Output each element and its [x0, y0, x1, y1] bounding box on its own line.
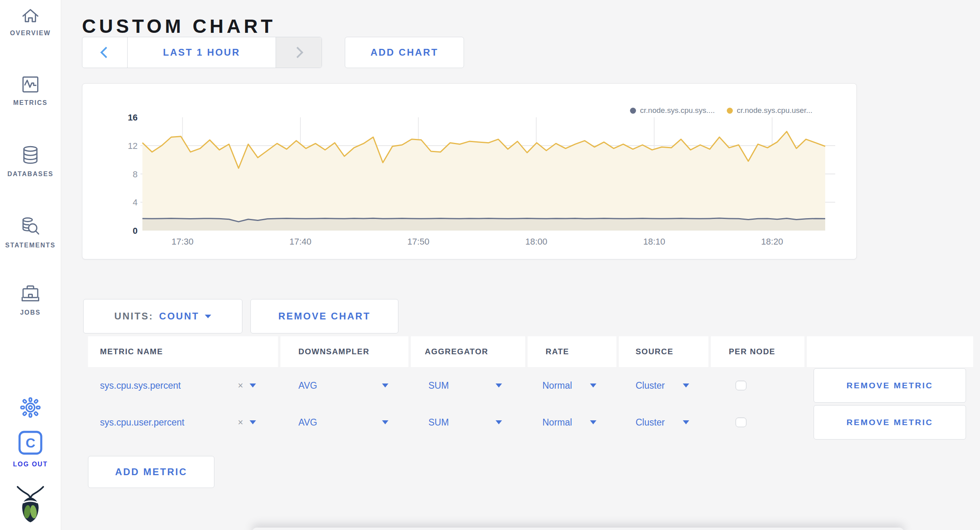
chevron-down-icon: [683, 420, 689, 424]
sidebar-item-label: OVERVIEW: [0, 30, 61, 37]
downsampler-select[interactable]: AVG: [280, 404, 408, 441]
svg-text:17:50: 17:50: [407, 237, 429, 247]
cockroach-c-icon: C: [18, 450, 43, 456]
chart-card: cr.node.sys.cpu.sys.... cr.node.sys.cpu.…: [82, 83, 857, 259]
legend-label: cr.node.sys.cpu.sys....: [640, 106, 715, 115]
chevron-down-icon: [590, 420, 596, 424]
aggregator-select[interactable]: SUM: [411, 404, 525, 441]
svg-text:18:00: 18:00: [525, 237, 547, 247]
metric-row: sys.cpu.sys.percent × AVG SUM Normal: [88, 367, 974, 404]
statements-icon: [21, 216, 40, 238]
metrics-icon: [21, 75, 40, 95]
actions-cell: REMOVE METRIC: [807, 367, 973, 404]
column-header-rate: RATE: [528, 336, 616, 367]
gear-icon: [20, 412, 41, 419]
sidebar-item-jobs[interactable]: JOBS: [0, 284, 61, 316]
source-select[interactable]: Cluster: [619, 404, 708, 441]
sidebar: OVERVIEW METRICS DATABASES: [0, 0, 61, 530]
series-dot-user: [727, 108, 733, 114]
sidebar-item-metrics[interactable]: METRICS: [0, 75, 61, 106]
downsampler-value: AVG: [298, 417, 317, 428]
time-range-selector: LAST 1 HOUR: [82, 37, 322, 68]
time-range-next-button[interactable]: [276, 37, 322, 68]
svg-text:C: C: [26, 436, 35, 450]
metric-name-select[interactable]: sys.cpu.sys.percent ×: [88, 367, 278, 404]
settings-button[interactable]: [0, 397, 61, 420]
home-icon: [21, 7, 40, 26]
column-header-source: SOURCE: [619, 336, 708, 367]
sidebar-item-statements[interactable]: STATEMENTS: [0, 216, 61, 249]
sidebar-item-label: JOBS: [0, 309, 61, 316]
chevron-down-icon: [205, 315, 211, 318]
legend-item[interactable]: cr.node.sys.cpu.sys....: [630, 106, 715, 115]
jobs-icon: [21, 284, 40, 305]
svg-text:4: 4: [133, 197, 138, 207]
cockroachdb-logo: [0, 485, 61, 524]
logout-label: LOG OUT: [0, 461, 61, 468]
downsampler-select[interactable]: AVG: [280, 367, 408, 404]
svg-text:0: 0: [133, 226, 138, 236]
downsampler-value: AVG: [298, 380, 317, 391]
chevron-left-icon: [100, 47, 112, 58]
per-node-checkbox[interactable]: [736, 418, 746, 427]
time-range-prev-button[interactable]: [82, 37, 128, 68]
actions-cell: REMOVE METRIC: [807, 404, 973, 441]
column-header-actions: [807, 336, 973, 367]
units-dropdown[interactable]: UNITS: COUNT: [83, 299, 242, 333]
chevron-down-icon: [382, 383, 388, 387]
metric-row: sys.cpu.user.percent × AVG SUM Normal: [88, 404, 974, 441]
source-value: Cluster: [636, 380, 665, 391]
rate-select[interactable]: Normal: [528, 404, 616, 441]
next-chart-card-shadow: [252, 528, 904, 530]
source-value: Cluster: [636, 417, 665, 428]
sidebar-item-label: METRICS: [0, 99, 61, 106]
svg-text:12: 12: [128, 141, 138, 151]
add-metric-button[interactable]: ADD METRIC: [88, 456, 214, 488]
legend-label: cr.node.sys.cpu.user...: [737, 106, 812, 115]
svg-text:18:20: 18:20: [761, 237, 783, 247]
remove-chart-button[interactable]: REMOVE CHART: [250, 299, 398, 333]
chart-legend: cr.node.sys.cpu.sys.... cr.node.sys.cpu.…: [630, 106, 812, 115]
aggregator-value: SUM: [428, 380, 449, 391]
metric-name-select[interactable]: sys.cpu.user.percent ×: [88, 404, 278, 441]
sidebar-item-label: STATEMENTS: [0, 242, 61, 249]
chevron-right-icon: [292, 47, 303, 58]
per-node-cell: [711, 404, 804, 441]
rate-select[interactable]: Normal: [528, 367, 616, 404]
chevron-down-icon: [496, 420, 502, 424]
per-node-cell: [711, 367, 804, 404]
sidebar-item-databases[interactable]: DATABASES: [0, 145, 61, 178]
time-range-dropdown[interactable]: LAST 1 HOUR: [128, 37, 276, 68]
chevron-down-icon: [496, 383, 502, 387]
database-icon: [22, 145, 39, 167]
metric-name-value: sys.cpu.user.percent: [100, 417, 184, 428]
logout-button[interactable]: C LOG OUT: [0, 430, 61, 468]
per-node-checkbox[interactable]: [736, 381, 746, 390]
chevron-down-icon: [250, 383, 256, 387]
column-header-downsampler: DOWNSAMPLER: [280, 336, 408, 367]
source-select[interactable]: Cluster: [619, 367, 708, 404]
chevron-down-icon: [683, 383, 689, 387]
sidebar-item-label: DATABASES: [0, 171, 61, 178]
aggregator-value: SUM: [428, 417, 449, 428]
svg-text:17:40: 17:40: [290, 237, 312, 247]
clear-metric-icon[interactable]: ×: [238, 417, 243, 428]
chevron-down-icon: [382, 420, 388, 424]
units-prefix-label: UNITS:: [114, 311, 154, 322]
svg-text:17:30: 17:30: [172, 237, 194, 247]
page-title: CUSTOM CHART: [82, 15, 276, 37]
clear-metric-icon[interactable]: ×: [238, 380, 243, 391]
column-header-metric-name: METRIC NAME: [88, 336, 278, 367]
remove-metric-button[interactable]: REMOVE METRIC: [814, 368, 966, 403]
custom-chart-page: OVERVIEW METRICS DATABASES: [0, 0, 980, 530]
add-chart-button[interactable]: ADD CHART: [345, 37, 464, 68]
metric-name-value: sys.cpu.sys.percent: [100, 380, 181, 391]
sidebar-item-overview[interactable]: OVERVIEW: [0, 7, 61, 37]
legend-item[interactable]: cr.node.sys.cpu.user...: [727, 106, 812, 115]
rate-value: Normal: [542, 380, 572, 391]
aggregator-select[interactable]: SUM: [411, 367, 525, 404]
rate-value: Normal: [542, 417, 572, 428]
metrics-table: METRIC NAME DOWNSAMPLER AGGREGATOR RATE …: [88, 336, 974, 441]
remove-metric-button[interactable]: REMOVE METRIC: [814, 405, 966, 440]
units-value: COUNT: [159, 311, 199, 322]
